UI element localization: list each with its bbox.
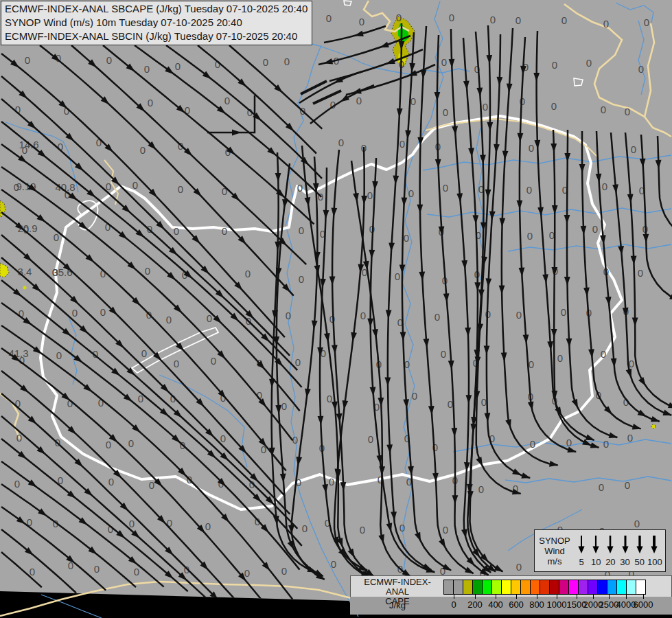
station-value-zero: 0 (140, 144, 146, 156)
station-value-zero: 0 (106, 439, 111, 450)
station-value-zero: 0 (286, 310, 291, 321)
wind-speed-label: 30 (618, 557, 632, 567)
cape-swatch (520, 580, 531, 595)
station-value-zero: 0 (72, 307, 78, 319)
station-value-zero: 0 (435, 311, 440, 323)
station-value-zero: 0 (638, 267, 643, 279)
station-value-zero: 0 (586, 57, 592, 69)
station-value-zero: 0 (220, 433, 226, 444)
station-value-zero: 0 (634, 518, 640, 529)
station-value-zero: 0 (404, 232, 409, 244)
station-value-zero: 0 (516, 561, 522, 573)
station-value-zero: 0 (331, 558, 336, 570)
station-value-zero: 0 (601, 348, 606, 360)
station-value-zero: 0 (638, 63, 644, 75)
station-value-zero: 0 (625, 106, 630, 117)
station-value-zero: 0 (128, 437, 134, 449)
cape-tick (626, 595, 627, 599)
station-value-zero: 0 (396, 12, 402, 23)
station-value-zero: 0 (561, 306, 566, 318)
station-value-zero: 0 (263, 56, 268, 68)
station-value-zero: 0 (356, 95, 362, 106)
wind-arrow-icon (647, 534, 661, 555)
station-value-zero: 0 (516, 309, 522, 321)
station-value-zero: 0 (327, 393, 332, 404)
station-value-zero: 0 (644, 16, 649, 28)
synop-wind-legend: SYNOP Wind m/s 5 10 20 30 50 100 (534, 529, 666, 572)
wind-arrow-icon (575, 534, 588, 555)
cape-tick (475, 595, 476, 599)
wind-scale-item: 10 (589, 534, 603, 567)
station-value-zero: 0 (478, 483, 484, 495)
cape-tick-label: 0 (451, 599, 456, 610)
station-value-zero: 0 (329, 476, 334, 488)
cape-tick-label: 200 (467, 599, 483, 610)
cape-tick (516, 595, 517, 599)
cape-swatch (463, 580, 473, 595)
station-value-zero: 0 (245, 268, 251, 279)
wind-arrow-icon (603, 534, 617, 555)
cape-swatch (511, 580, 521, 595)
station-value-zero: 0 (338, 137, 344, 148)
cape-swatch (482, 580, 492, 595)
cape-tick (609, 595, 610, 599)
station-value-zero: 0 (149, 479, 154, 491)
station-value-zero: 0 (174, 358, 179, 369)
cape-swatch (501, 580, 511, 595)
cape-tick (593, 595, 594, 599)
station-value: 41.3 (8, 347, 28, 359)
cape-legend-unit: J/kg (353, 600, 442, 610)
station-value-zero: 0 (14, 478, 20, 490)
station-value-zero: 0 (141, 347, 147, 359)
station-value-zero: 0 (295, 356, 301, 368)
station-value-zero: 0 (281, 565, 287, 577)
station-value-zero: 0 (211, 355, 216, 367)
station-value-zero: 0 (108, 476, 114, 488)
cape-tick (577, 595, 577, 599)
station-value-zero: 0 (552, 59, 557, 71)
station-value-zero: 0 (129, 518, 135, 529)
station-value-zero: 0 (483, 101, 488, 113)
wind-speed-label: 20 (603, 557, 617, 567)
cape-legend-source: ECMWF-INDEX-ANAL (353, 577, 442, 597)
wind-arrow-icon (618, 534, 632, 555)
station-value-zero: 0 (631, 144, 636, 155)
cape-color-scale (444, 580, 646, 595)
cape-tick (643, 595, 644, 599)
station-value-zero: 0 (601, 104, 606, 115)
station-value-zero: 0 (627, 432, 633, 444)
station-value-zero: 0 (557, 352, 563, 364)
station-value-zero: 0 (25, 54, 30, 66)
station-value-zero: 0 (134, 566, 139, 577)
cape-swatch (530, 580, 540, 595)
title-line-sbcape: ECMWF-INDEX-ANAL SBCAPE (J/kg) Tuesday 0… (5, 2, 308, 16)
title-line-sbcin: ECMWF-INDEX-ANAL SBCIN (J/kg) Tuesday 07… (5, 30, 308, 43)
river (41, 595, 102, 618)
cape-swatch (616, 580, 627, 595)
title-box: ECMWF-INDEX-ANAL SBCAPE (J/kg) Tuesday 0… (1, 1, 312, 45)
wind-speed-label: 100 (647, 557, 661, 567)
station-value-zero: 0 (410, 95, 416, 107)
wind-scale-item: 5 (575, 534, 588, 567)
station-value-zero: 0 (359, 16, 364, 27)
station-value-zero: 0 (166, 314, 172, 325)
synop-label-param: Wind (535, 546, 575, 556)
cape-swatch (636, 580, 646, 595)
station-value-zero: 0 (222, 225, 227, 237)
station-value-zero: 0 (566, 437, 572, 448)
station-value-zero: 0 (551, 100, 557, 112)
station-value-zero: 0 (599, 481, 604, 493)
station-value-zero: 0 (178, 183, 183, 195)
cape-tick-label: 600 (509, 599, 524, 610)
cape-tick (496, 595, 496, 599)
station-value-zero: 0 (448, 398, 453, 410)
wind-scale-item: 50 (633, 534, 647, 567)
station-value-zero: 0 (299, 225, 304, 236)
station-value-zero: 0 (299, 273, 304, 285)
cape-tick (454, 595, 454, 599)
wind-scale-item: 100 (647, 534, 661, 567)
cape-tick-label: 400 (488, 599, 503, 610)
station-value-zero: 0 (132, 179, 138, 191)
cape-swatch (540, 580, 550, 595)
wind-scale-item: 30 (618, 534, 632, 567)
